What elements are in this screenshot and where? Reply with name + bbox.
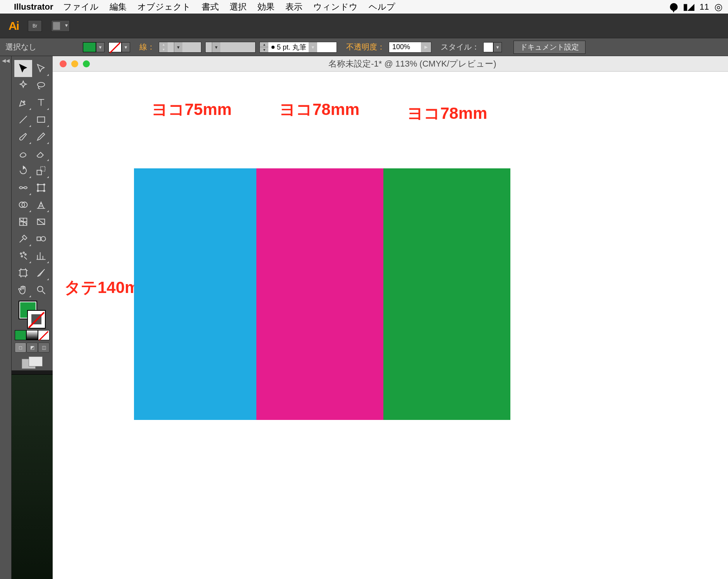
menu-view[interactable]: 表示: [285, 1, 302, 13]
panel-collapse-strip[interactable]: ◀◀: [0, 56, 12, 579]
menubar-notification-icon[interactable]: [670, 3, 678, 11]
svg-rect-2: [38, 117, 45, 122]
menu-help[interactable]: ヘルプ: [369, 1, 395, 13]
arrange-documents-button[interactable]: [51, 20, 70, 32]
fill-color-swatch[interactable]: ▼: [83, 42, 105, 52]
column-graph-tool[interactable]: [32, 247, 50, 264]
rotate-tool[interactable]: [14, 162, 32, 179]
gradient-mode-button[interactable]: [26, 330, 38, 340]
window-close-button[interactable]: [60, 60, 67, 67]
opacity-label: 不透明度：: [346, 42, 385, 52]
window-minimize-button[interactable]: [71, 60, 78, 67]
zoom-tool[interactable]: [32, 281, 50, 298]
svg-point-19: [21, 255, 23, 257]
draw-inside-button[interactable]: ◫: [38, 343, 50, 353]
shape-builder-tool[interactable]: [14, 196, 32, 213]
symbol-sprayer-tool[interactable]: [14, 247, 32, 264]
eraser-tool[interactable]: [32, 145, 50, 162]
control-bar: 選択なし ▼ ▼ 線： ▴▾ ▼ ▼ ▴▾ 5 pt. 丸筆 ▼ 不透明度： 1…: [0, 38, 728, 56]
stroke-weight-dropdown[interactable]: ▴▾ ▼: [159, 42, 201, 53]
graphic-style-dropdown[interactable]: ▼: [483, 42, 502, 52]
artboard-tool[interactable]: [14, 264, 32, 281]
menu-type[interactable]: 書式: [202, 1, 219, 13]
brush-name: 5 pt. 丸筆: [277, 43, 309, 52]
brush-dot-icon: [271, 46, 275, 49]
tools-panel: ◻ ◩ ◫: [12, 56, 53, 370]
rectangle-green[interactable]: [383, 168, 510, 420]
annotation-width-1: ヨコ75mm: [151, 99, 232, 120]
svg-rect-5: [38, 185, 44, 191]
direct-selection-tool[interactable]: [32, 60, 50, 77]
color-mode-button[interactable]: [15, 330, 26, 340]
stroke-swatch-icon[interactable]: [27, 310, 46, 329]
style-label: スタイル：: [441, 42, 479, 52]
gradient-tool[interactable]: [32, 213, 50, 230]
document-setup-button[interactable]: ドキュメント設定: [513, 41, 585, 54]
blend-tool[interactable]: [32, 230, 50, 247]
magic-wand-tool[interactable]: [14, 77, 32, 94]
rectangle-magenta[interactable]: [256, 168, 383, 420]
app-menu[interactable]: Illustrator: [14, 2, 53, 12]
paintbrush-tool[interactable]: [14, 128, 32, 145]
document-title: 名称未設定-1* @ 113% (CMYK/プレビュー): [97, 58, 728, 70]
selection-tool[interactable]: [14, 60, 32, 77]
eyedropper-tool[interactable]: [14, 230, 32, 247]
svg-point-21: [38, 286, 43, 292]
artwork-rectangles: [134, 168, 510, 420]
svg-point-17: [23, 252, 24, 254]
menu-file[interactable]: ファイル: [63, 1, 99, 13]
document-titlebar: 名称未設定-1* @ 113% (CMYK/プレビュー): [53, 56, 728, 72]
creative-cloud-icon[interactable]: ◎: [714, 2, 723, 12]
ai-logo-icon: Ai: [9, 19, 19, 33]
svg-point-16: [20, 253, 22, 254]
adobe-home-icon[interactable]: ▮◢: [683, 2, 694, 12]
width-tool[interactable]: [14, 179, 32, 196]
menu-object[interactable]: オブジェクト: [137, 1, 191, 13]
adobe-notification-count: 11: [700, 2, 709, 12]
variable-width-profile-dropdown[interactable]: ▼: [205, 42, 256, 53]
stroke-color-swatch[interactable]: ▼: [108, 42, 130, 52]
desktop-background-sliver: [12, 374, 53, 579]
blob-brush-tool[interactable]: [14, 145, 32, 162]
type-tool[interactable]: [32, 94, 50, 111]
screen-mode-button[interactable]: [22, 356, 43, 370]
hand-tool[interactable]: [14, 281, 32, 298]
workspace: ◀◀: [0, 56, 728, 579]
app-bar: Ai Br: [0, 14, 728, 38]
none-mode-button[interactable]: [38, 330, 50, 340]
svg-point-15: [41, 236, 46, 241]
svg-point-18: [25, 254, 26, 255]
draw-normal-button[interactable]: ◻: [15, 343, 26, 353]
go-to-bridge-button[interactable]: Br: [28, 20, 42, 32]
canvas[interactable]: ヨコ75mm ヨコ78mm ヨコ78mm タテ140mm: [53, 72, 728, 579]
selection-status: 選択なし: [5, 42, 36, 52]
menu-window[interactable]: ウィンドウ: [313, 1, 358, 13]
draw-behind-button[interactable]: ◩: [26, 343, 38, 353]
perspective-grid-tool[interactable]: [32, 196, 50, 213]
mesh-tool[interactable]: [14, 213, 32, 230]
line-segment-tool[interactable]: [14, 111, 32, 128]
pencil-tool[interactable]: [32, 128, 50, 145]
pen-tool[interactable]: [14, 94, 32, 111]
svg-point-0: [38, 82, 45, 87]
opacity-value: 100%: [389, 43, 421, 51]
lasso-tool[interactable]: [32, 77, 50, 94]
slice-tool[interactable]: [32, 264, 50, 281]
menu-effect[interactable]: 効果: [258, 1, 275, 13]
mac-menubar: Illustrator ファイル 編集 オブジェクト 書式 選択 効果 表示 ウ…: [0, 0, 728, 14]
free-transform-tool[interactable]: [32, 179, 50, 196]
draw-mode-row: ◻ ◩ ◫: [15, 343, 50, 353]
annotation-width-3: ヨコ78mm: [407, 103, 487, 124]
opacity-input[interactable]: 100%▶: [389, 42, 431, 53]
color-mode-row: [15, 330, 50, 340]
rectangle-cyan[interactable]: [134, 168, 256, 420]
menu-select[interactable]: 選択: [230, 1, 247, 13]
window-zoom-button[interactable]: [83, 60, 90, 67]
svg-rect-14: [37, 237, 41, 240]
fill-stroke-control[interactable]: [19, 301, 46, 329]
svg-point-1: [24, 101, 25, 103]
scale-tool[interactable]: [32, 162, 50, 179]
brush-definition-dropdown[interactable]: ▴▾ 5 pt. 丸筆 ▼: [259, 42, 337, 53]
rectangle-tool[interactable]: [32, 111, 50, 128]
menu-edit[interactable]: 編集: [110, 1, 127, 13]
